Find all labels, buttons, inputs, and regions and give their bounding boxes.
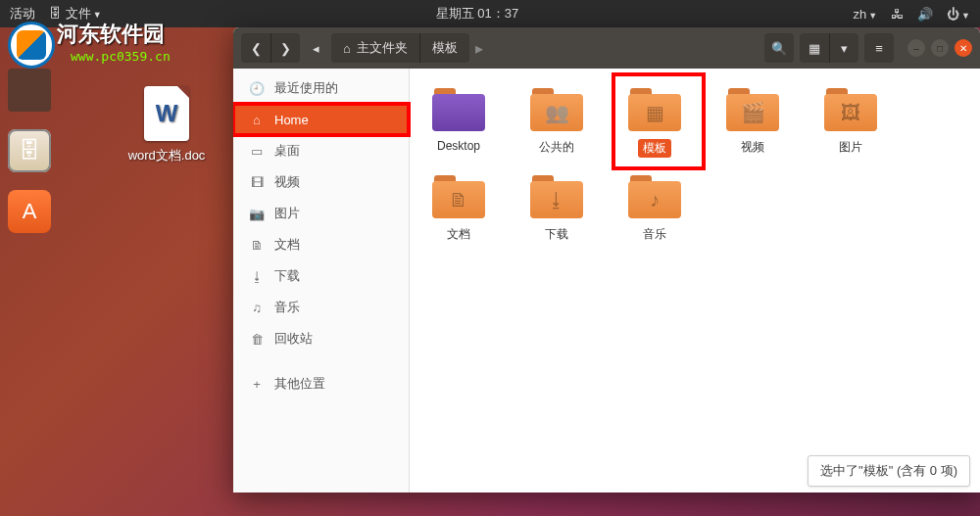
folder-icon: 🖼 bbox=[824, 94, 877, 131]
camera-icon: 📷 bbox=[249, 207, 265, 221]
sidebar-item-label: Home bbox=[274, 113, 309, 127]
files-icon: 🗄 bbox=[49, 6, 62, 21]
top-panel: 活动 🗄 文件▼ 星期五 01：37 zh▼ 🖧 🔊 ⏻▼ bbox=[0, 0, 980, 27]
folder-label: 下载 bbox=[545, 227, 568, 241]
path-start-icon: ◂ bbox=[306, 33, 325, 63]
watermark-logo bbox=[8, 22, 55, 69]
trash-icon: 🗑 bbox=[249, 332, 265, 347]
sidebar-item-desktop[interactable]: ▭桌面 bbox=[233, 135, 409, 166]
folder-icon: 🗎 bbox=[432, 181, 485, 218]
folder-icon: 👥 bbox=[530, 94, 583, 131]
folder-pictures[interactable]: 🖼图片 bbox=[813, 86, 888, 158]
folder-icon: ▦ bbox=[628, 94, 681, 131]
folder-label: Desktop bbox=[437, 139, 480, 153]
sidebar-item-label: 视频 bbox=[274, 173, 300, 191]
sidebar-item-home[interactable]: ⌂Home bbox=[233, 104, 409, 135]
chevron-right-icon: ▸ bbox=[475, 39, 489, 58]
breadcrumb-templates[interactable]: 模板 bbox=[419, 33, 469, 63]
maximize-button[interactable]: □ bbox=[931, 39, 949, 57]
clock[interactable]: 星期五 01：37 bbox=[102, 5, 854, 23]
volume-icon[interactable]: 🔊 bbox=[917, 7, 933, 22]
sidebar-item-downloads[interactable]: ⭳下载 bbox=[233, 260, 409, 292]
sidebar-item-music[interactable]: ♫音乐 bbox=[233, 292, 409, 323]
sidebar: 🕘最近使用的 ⌂Home ▭桌面 🎞视频 📷图片 🗎文档 ⭳下载 ♫音乐 🗑回收… bbox=[233, 69, 410, 493]
sidebar-item-label: 下载 bbox=[274, 267, 300, 285]
sidebar-item-label: 图片 bbox=[274, 205, 300, 222]
sidebar-item-label: 文档 bbox=[274, 236, 300, 254]
folder-grid: Desktop 👥公共的 ▦模板 🎬视频 🖼图片 🗎文档 ⭳下载 ♪音乐 选中了… bbox=[410, 69, 980, 493]
dock-thumbnail[interactable] bbox=[8, 69, 51, 112]
view-toggle-button[interactable]: ▦ bbox=[800, 33, 829, 63]
word-document-icon: W bbox=[144, 86, 189, 141]
video-icon: 🎞 bbox=[249, 175, 265, 190]
sidebar-item-documents[interactable]: 🗎文档 bbox=[233, 229, 409, 260]
folder-label: 图片 bbox=[839, 140, 862, 154]
sidebar-item-label: 桌面 bbox=[274, 142, 300, 160]
desktop-file-label: word文档.doc bbox=[127, 147, 206, 164]
folder-label: 音乐 bbox=[643, 227, 666, 241]
folder-icon: ⭳ bbox=[530, 181, 583, 218]
folder-icon bbox=[432, 94, 485, 131]
document-icon: 🗎 bbox=[249, 238, 265, 253]
activities-button[interactable]: 活动 bbox=[10, 5, 35, 23]
window-header: ❮ ❯ ◂ ⌂主文件夹 模板 ▸ 🔍 ▦ ▾ ≡ – □ ✕ bbox=[233, 27, 980, 69]
dock-files-icon[interactable]: 🗄 bbox=[8, 129, 51, 172]
network-icon[interactable]: 🖧 bbox=[891, 7, 904, 22]
folder-documents[interactable]: 🗎文档 bbox=[421, 173, 496, 243]
download-icon: ⭳ bbox=[249, 269, 265, 284]
sidebar-item-label: 音乐 bbox=[274, 299, 300, 316]
chevron-down-icon: ▼ bbox=[93, 10, 102, 20]
nav-forward-button[interactable]: ❯ bbox=[270, 33, 300, 63]
sidebar-item-other-locations[interactable]: +其他位置 bbox=[233, 368, 409, 399]
minimize-button[interactable]: – bbox=[907, 39, 925, 57]
sidebar-item-label: 其他位置 bbox=[274, 375, 325, 393]
folder-videos[interactable]: 🎬视频 bbox=[715, 86, 790, 158]
hamburger-menu-button[interactable]: ≡ bbox=[864, 33, 894, 63]
input-method-indicator[interactable]: zh▼ bbox=[853, 7, 877, 22]
desktop-icon: ▭ bbox=[249, 144, 265, 159]
app-menu[interactable]: 🗄 文件▼ bbox=[49, 5, 102, 23]
plus-icon: + bbox=[249, 377, 265, 392]
folder-label: 文档 bbox=[447, 227, 470, 241]
breadcrumb-home[interactable]: ⌂主文件夹 bbox=[331, 33, 419, 63]
folder-downloads[interactable]: ⭳下载 bbox=[519, 173, 594, 243]
folder-label: 视频 bbox=[741, 140, 764, 154]
sidebar-item-label: 最近使用的 bbox=[274, 79, 338, 97]
search-button[interactable]: 🔍 bbox=[764, 33, 794, 63]
desktop-file-word[interactable]: W word文档.doc bbox=[127, 86, 206, 164]
dock: 🗄 A bbox=[0, 69, 59, 233]
close-button[interactable]: ✕ bbox=[955, 39, 972, 57]
home-icon: ⌂ bbox=[343, 41, 351, 56]
sidebar-item-recent[interactable]: 🕘最近使用的 bbox=[233, 72, 409, 104]
sidebar-item-videos[interactable]: 🎞视频 bbox=[233, 166, 409, 198]
folder-label: 模板 bbox=[638, 139, 671, 158]
clock-icon: 🕘 bbox=[249, 81, 265, 96]
file-manager-window: ❮ ❯ ◂ ⌂主文件夹 模板 ▸ 🔍 ▦ ▾ ≡ – □ ✕ 🕘最近使用的 ⌂H… bbox=[233, 27, 980, 493]
view-menu-button[interactable]: ▾ bbox=[829, 33, 858, 63]
folder-icon: ♪ bbox=[628, 181, 681, 218]
sidebar-item-pictures[interactable]: 📷图片 bbox=[233, 198, 409, 229]
sidebar-item-trash[interactable]: 🗑回收站 bbox=[233, 323, 409, 354]
folder-templates[interactable]: ▦模板 bbox=[617, 86, 692, 158]
power-icon[interactable]: ⏻▼ bbox=[947, 7, 970, 22]
folder-label: 公共的 bbox=[539, 140, 574, 154]
search-icon: 🔍 bbox=[771, 41, 787, 56]
music-icon: ♫ bbox=[249, 301, 265, 315]
watermark-url: www.pc0359.cn bbox=[71, 49, 171, 64]
watermark-overlay: 河东软件园 www.pc0359.cn bbox=[8, 22, 55, 69]
folder-icon: 🎬 bbox=[726, 94, 779, 131]
folder-music[interactable]: ♪音乐 bbox=[617, 173, 692, 243]
nav-back-button[interactable]: ❮ bbox=[241, 33, 270, 63]
folder-public[interactable]: 👥公共的 bbox=[519, 86, 594, 158]
home-icon: ⌂ bbox=[249, 113, 265, 127]
dock-software-icon[interactable]: A bbox=[8, 190, 51, 233]
folder-desktop[interactable]: Desktop bbox=[421, 86, 496, 158]
status-bar: 选中了"模板" (含有 0 项) bbox=[808, 455, 970, 487]
sidebar-item-label: 回收站 bbox=[274, 330, 313, 348]
